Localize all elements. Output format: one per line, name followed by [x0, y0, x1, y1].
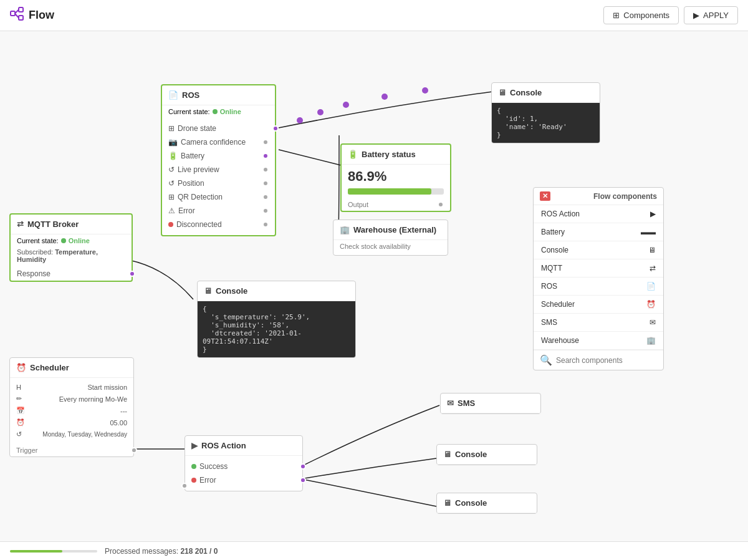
ros-row-preview: ↺Live preview — [162, 163, 275, 176]
ros-row-battery: 🔋Battery — [162, 149, 275, 163]
battery-header: 🔋 Battery status — [342, 145, 450, 165]
search-input[interactable] — [556, 356, 657, 365]
sms-title: SMS — [458, 398, 475, 408]
battery-title: Battery status — [362, 150, 416, 159]
ros-panel-icon: 📄 — [646, 282, 656, 291]
warehouse-title: Warehouse (External) — [353, 225, 436, 234]
scheduler-row-4: ⏰05.00 — [10, 417, 133, 428]
scheduler-panel-icon: ⏰ — [646, 300, 656, 309]
scheduler-icon: ⏰ — [16, 363, 26, 372]
ros-row-drone: ⊞Drone state — [162, 122, 275, 135]
apply-icon: ▶ — [693, 11, 699, 20]
mqtt-icon: ⇄ — [17, 220, 24, 229]
flow-panel-item-console[interactable]: Console 🖥 — [534, 241, 663, 259]
apply-button[interactable]: ▶ APPLY — [684, 6, 738, 24]
warehouse-node[interactable]: 🏢 Warehouse (External) Check stock avail… — [333, 220, 448, 256]
page-title: Flow — [29, 9, 54, 22]
ros-status: Current state: Online — [162, 105, 275, 118]
ros-row-disconnected: Disconnected — [162, 218, 275, 231]
sms-header: ✉ SMS — [441, 393, 540, 413]
statusbar: Processed messages: 218 201 / 0 — [0, 541, 748, 560]
flow-canvas[interactable]: 📄 ROS Current state: Online ⊞Drone state… — [0, 31, 748, 560]
drone-state-port[interactable] — [272, 125, 279, 132]
console-r1-node[interactable]: 🖥 Console — [436, 444, 537, 465]
warehouse-header: 🏢 Warehouse (External) — [333, 220, 448, 240]
flow-panel-item-ros[interactable]: ROS 📄 — [534, 278, 663, 296]
svg-point-6 — [297, 117, 303, 123]
warehouse-desc: Check stock availability — [333, 240, 448, 255]
scheduler-row-1: HStart mission — [10, 382, 133, 393]
battery-panel-icon: ▬▬ — [641, 228, 656, 236]
svg-line-4 — [15, 14, 19, 18]
apply-label: APPLY — [703, 11, 729, 20]
statusbar-label: Processed messages: — [105, 547, 178, 556]
scheduler-node[interactable]: ⏰ Scheduler HStart mission ✏Every mornin… — [9, 357, 134, 457]
mqtt-response-port[interactable] — [129, 271, 135, 277]
sms-node[interactable]: ✉ SMS — [440, 393, 541, 414]
ros-action-error-port[interactable] — [300, 477, 306, 483]
ros-action-success-row: Success — [185, 460, 302, 473]
search-icon: 🔍 — [540, 354, 552, 366]
ros-action-error-label: Error — [199, 476, 216, 485]
ros-status-dot — [213, 109, 218, 114]
mqtt-header: ⇄ MQTT Broker — [11, 215, 132, 234]
ros-action-success-port[interactable] — [300, 463, 306, 470]
svg-rect-1 — [19, 7, 23, 12]
console-mqtt-icon: 🖥 — [204, 286, 212, 296]
mqtt-subscribed: Subscribed: Temperature, Humidity — [11, 247, 132, 267]
statusbar-progress-inner — [10, 550, 62, 553]
statusbar-value: 218 201 / 0 — [180, 547, 218, 556]
battery-node[interactable]: 🔋 Battery status 86.9% Output — [340, 143, 451, 212]
ros-action-panel-icon: ▶ — [650, 210, 656, 218]
scheduler-row-5: ↺Monday, Tuesday, Wednesday — [10, 428, 133, 440]
error-port[interactable] — [262, 208, 269, 214]
flow-panel-item-scheduler[interactable]: Scheduler ⏰ — [534, 296, 663, 314]
console-top-body: { 'id': 1, 'name': 'Ready' } — [492, 103, 600, 143]
header-actions: ⊞ Components ▶ APPLY — [603, 6, 738, 24]
ros-action-title: ROS Action — [201, 441, 246, 450]
console-top-node[interactable]: 🖥 Console { 'id': 1, 'name': 'Ready' } — [491, 82, 600, 143]
scheduler-header: ⏰ Scheduler — [10, 358, 133, 378]
svg-rect-2 — [19, 16, 23, 20]
ros-node[interactable]: 📄 ROS Current state: Online ⊞Drone state… — [161, 84, 276, 236]
battery-output-port[interactable] — [438, 201, 444, 208]
flow-panel: ✕ Flow components ROS Action ▶ Battery ▬… — [533, 187, 664, 370]
flow-panel-close-btn[interactable]: ✕ — [540, 191, 550, 201]
battery-port[interactable] — [262, 153, 269, 159]
flow-panel-header: ✕ Flow components — [534, 188, 663, 205]
components-button[interactable]: ⊞ Components — [603, 6, 679, 24]
flow-panel-item-ros-action[interactable]: ROS Action ▶ — [534, 205, 663, 223]
console-panel-icon: 🖥 — [648, 246, 656, 254]
flow-panel-item-mqtt[interactable]: MQTT ⇄ — [534, 259, 663, 278]
console-mqtt-title: Console — [216, 286, 247, 296]
sms-icon: ✉ — [447, 398, 454, 408]
disconnected-port[interactable] — [262, 221, 269, 228]
ros-row-error: ⚠Error — [162, 204, 275, 218]
warehouse-icon: 🏢 — [340, 225, 350, 234]
scheduler-trigger-port[interactable] — [131, 447, 137, 453]
components-icon: ⊞ — [613, 11, 620, 20]
mqtt-node[interactable]: ⇄ MQTT Broker Current state: Online Subs… — [9, 213, 133, 282]
camera-port[interactable] — [262, 139, 269, 145]
console-r2-node[interactable]: 🖥 Console — [436, 493, 537, 514]
ros-action-node[interactable]: ▶ ROS Action Success Error — [185, 435, 303, 491]
console-r1-header: 🖥 Console — [437, 445, 537, 465]
battery-icon: 🔋 — [348, 150, 358, 159]
flow-panel-item-sms[interactable]: SMS ✉ — [534, 314, 663, 332]
qr-port[interactable] — [262, 194, 269, 200]
preview-port[interactable] — [262, 167, 269, 173]
scheduler-body: HStart mission ✏Every morning Mo-We 📅---… — [10, 378, 133, 444]
flow-panel-item-warehouse[interactable]: Warehouse 🏢 — [534, 332, 663, 350]
console-r2-title: Console — [455, 498, 487, 508]
flow-panel-search[interactable]: 🔍 — [534, 350, 663, 370]
mqtt-status: Current state: Online — [11, 234, 132, 247]
position-port[interactable] — [262, 180, 269, 186]
console-mqtt-node[interactable]: 🖥 Console { 's_temperature': '25.9', 's_… — [197, 281, 356, 358]
console-mqtt-code: { 's_temperature': '25.9', 's_humidity':… — [203, 305, 350, 354]
svg-line-3 — [15, 10, 19, 14]
flow-panel-item-battery[interactable]: Battery ▬▬ — [534, 223, 663, 241]
battery-output: Output — [342, 198, 450, 211]
battery-bar-inner — [348, 188, 431, 195]
ros-node-header: 📄 ROS — [162, 85, 275, 105]
warehouse-panel-icon: 🏢 — [646, 336, 656, 345]
